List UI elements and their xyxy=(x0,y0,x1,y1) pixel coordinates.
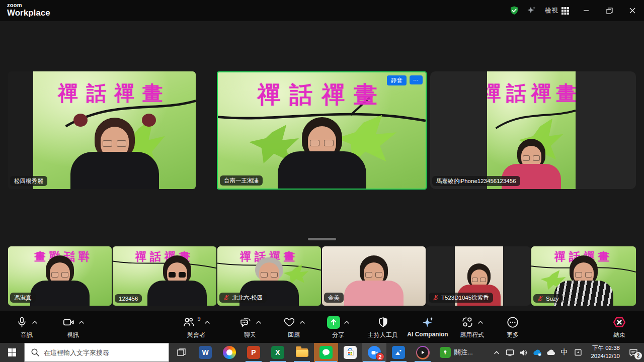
zoom-workplace-logo: zoom Workplace xyxy=(7,3,50,17)
participant-silhouette xyxy=(30,255,90,306)
taskbar-search[interactable] xyxy=(24,343,169,362)
video-tile-active-speaker[interactable]: 禪話禪畫 靜音 ⋯ 台南一王湘溱 xyxy=(217,71,427,190)
tray-cloud-icon[interactable] xyxy=(544,343,557,362)
participant-silhouette xyxy=(344,255,404,306)
tray-ime-indicator[interactable]: 中 xyxy=(557,343,571,362)
end-meeting-button[interactable]: 結束 xyxy=(600,315,638,339)
zoom-notification-badge: 2 xyxy=(376,352,384,361)
participants-button[interactable]: 9 與會者 xyxy=(173,315,219,339)
clock-date: 2024/12/10 xyxy=(591,352,620,360)
restore-button[interactable] xyxy=(598,0,621,21)
participant-name-label: Suzy xyxy=(533,294,563,303)
brand-zoom: zoom xyxy=(7,3,50,9)
window-titlebar: zoom Workplace 檢視 xyxy=(0,0,644,21)
video-tile-bottom-4[interactable]: 金美 xyxy=(322,246,426,306)
video-tile-bottom-5[interactable]: T523D1045徐紫香 xyxy=(427,246,530,306)
grid-layout-icon xyxy=(561,7,570,15)
taskbar-app-photos[interactable] xyxy=(386,343,411,362)
taskbar-app-copilot[interactable] xyxy=(217,343,242,362)
more-button[interactable]: 更多 xyxy=(494,315,532,339)
muted-mic-icon xyxy=(433,295,439,301)
view-button[interactable]: 檢視 xyxy=(540,0,575,21)
taskbar-app-media-player[interactable] xyxy=(411,343,435,362)
gallery-resize-handle[interactable] xyxy=(308,238,336,240)
taskbar-app-line-active[interactable] xyxy=(314,343,338,362)
apps-button[interactable]: 應用程式 xyxy=(449,315,495,339)
clock-time: 下午 02:38 xyxy=(592,344,620,352)
end-meeting-icon xyxy=(612,315,626,329)
search-input[interactable] xyxy=(25,343,169,361)
video-tile-bottom-1[interactable]: 禪話禪畫 馮淑真 xyxy=(8,246,112,306)
participant-name-label: 金美 xyxy=(324,293,344,303)
microphone-icon xyxy=(16,316,28,329)
taskbar-clock[interactable]: 下午 02:38 2024/12/10 xyxy=(585,343,623,362)
tray-volume-icon[interactable] xyxy=(517,343,530,362)
video-tile-bottom-3[interactable]: 禪話禪畫 北北六-松四 xyxy=(217,246,321,306)
chat-icon xyxy=(239,316,252,329)
taskbar-app-file-explorer[interactable] xyxy=(290,343,314,362)
heart-icon xyxy=(283,316,296,329)
participants-count: 9 xyxy=(197,316,200,322)
taskbar-app-word[interactable]: W xyxy=(193,343,217,362)
tray-chevron-up-icon[interactable] xyxy=(490,343,503,362)
taskbar-app-store[interactable] xyxy=(338,343,362,362)
ai-sparkle-icon[interactable] xyxy=(523,0,540,21)
participant-silhouette xyxy=(278,117,366,189)
reactions-button[interactable]: 回應 xyxy=(274,315,314,339)
tile-overlay-text: 禪話禪畫 xyxy=(33,79,196,107)
participant-silhouette xyxy=(554,255,613,306)
photos-app-icon xyxy=(392,346,405,359)
taskbar-app-zoom[interactable]: 2 xyxy=(362,343,386,362)
powerpoint-app-icon: P xyxy=(247,346,260,359)
video-button[interactable]: 視訊 xyxy=(53,315,93,339)
participant-name-label: 馮淑真 xyxy=(10,293,36,303)
tile-more-menu-button[interactable]: ⋯ xyxy=(410,75,423,84)
reactions-options-caret[interactable] xyxy=(299,320,305,324)
video-options-caret[interactable] xyxy=(78,320,85,324)
media-player-icon xyxy=(416,346,430,359)
hair-bun xyxy=(142,114,156,127)
meeting-toolbar: 音訊 視訊 9 與會者 聊天 回應 xyxy=(0,311,644,343)
notification-count-badge: 2 xyxy=(634,352,642,359)
video-tile-bottom-6[interactable]: 禪話禪畫 Suzy xyxy=(531,246,636,306)
widget-icon xyxy=(440,347,451,358)
security-shield-icon[interactable] xyxy=(506,0,523,21)
zoom-app-icon: 2 xyxy=(368,346,381,359)
tray-cast-display-icon[interactable] xyxy=(503,343,517,362)
muted-status-badge: 靜音 xyxy=(387,75,407,85)
participant-silhouette xyxy=(70,118,159,189)
audio-button[interactable]: 音訊 xyxy=(7,315,46,339)
hair-bun xyxy=(73,114,88,127)
share-screen-button[interactable]: 分享 xyxy=(318,315,358,339)
taskbar-app-excel[interactable]: X xyxy=(266,343,290,362)
minimize-button[interactable] xyxy=(575,0,598,21)
participant-name-label: 松四楊秀麗 xyxy=(10,176,47,186)
apps-icon xyxy=(461,316,474,329)
action-center-button[interactable]: 2 xyxy=(623,343,644,362)
tray-onedrive-cloud-icon[interactable] xyxy=(530,343,544,362)
taskbar-widget-news[interactable]: 關注... xyxy=(435,343,478,362)
share-options-caret[interactable] xyxy=(344,320,350,324)
start-button[interactable] xyxy=(0,343,24,362)
video-tile-bottom-2[interactable]: 禪話禪畫 123456 xyxy=(113,246,216,306)
chat-button[interactable]: 聊天 xyxy=(230,315,270,339)
brand-workplace: Workplace xyxy=(7,9,50,18)
widget-label: 關注... xyxy=(454,348,473,357)
tray-touch-keyboard-icon[interactable] xyxy=(571,343,585,362)
video-tile-top-1[interactable]: 禪話禪畫 松四楊秀麗 xyxy=(8,71,196,189)
line-app-icon xyxy=(319,346,333,359)
system-tray: 中 下午 02:38 2024/12/10 2 xyxy=(490,343,644,362)
ai-companion-button[interactable]: AI Companion xyxy=(400,315,455,338)
close-icon[interactable] xyxy=(621,0,644,21)
search-icon xyxy=(31,348,40,357)
taskbar-app-powerpoint[interactable]: P xyxy=(242,343,266,362)
task-view-button[interactable] xyxy=(169,343,193,362)
word-app-icon: W xyxy=(199,346,212,359)
participants-options-caret[interactable] xyxy=(204,320,210,324)
view-label: 檢視 xyxy=(545,6,558,15)
copilot-app-icon xyxy=(223,346,236,359)
chat-options-caret[interactable] xyxy=(256,320,262,324)
video-tile-top-3[interactable]: 禪話禪畫 馬嘉綾的iPhone123456123456 xyxy=(430,71,636,189)
apps-options-caret[interactable] xyxy=(477,320,484,324)
audio-options-caret[interactable] xyxy=(32,320,38,324)
